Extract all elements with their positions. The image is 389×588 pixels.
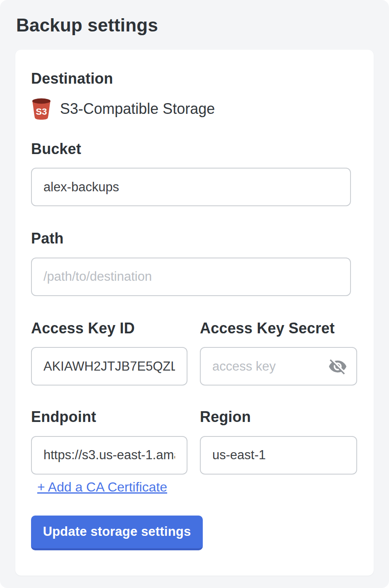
path-input[interactable] — [31, 258, 351, 296]
update-storage-settings-button[interactable]: Update storage settings — [31, 516, 203, 550]
access-key-inputs-row — [31, 347, 351, 386]
endpoint-region-labels-row: Endpoint Region — [31, 409, 351, 436]
region-input[interactable] — [200, 436, 357, 475]
region-label: Region — [200, 409, 357, 425]
page-title: Backup settings — [16, 15, 374, 36]
destination-value: S3-Compatible Storage — [60, 100, 215, 118]
backup-settings-page: Backup settings Destination S3 S3-Compat… — [0, 0, 389, 588]
destination-label: Destination — [31, 70, 351, 87]
toggle-secret-visibility-button[interactable] — [327, 356, 348, 377]
endpoint-input[interactable] — [31, 436, 187, 475]
bucket-label: Bucket — [31, 141, 351, 157]
endpoint-region-inputs-row — [31, 436, 351, 475]
endpoint-label: Endpoint — [31, 409, 187, 425]
access-key-secret-wrap — [200, 347, 357, 386]
access-key-secret-label: Access Key Secret — [200, 320, 357, 337]
eye-off-icon — [328, 357, 347, 376]
s3-bucket-icon: S3 — [31, 98, 52, 120]
destination-value-row: S3 S3-Compatible Storage — [31, 98, 351, 120]
access-key-labels-row: Access Key ID Access Key Secret — [31, 320, 351, 347]
add-ca-certificate-link[interactable]: + Add a CA Certificate — [37, 480, 167, 495]
access-key-id-label: Access Key ID — [31, 320, 187, 337]
backup-settings-card: Destination S3 S3-Compatible Storage Buc… — [15, 50, 374, 576]
access-key-id-input[interactable] — [31, 347, 187, 386]
svg-text:S3: S3 — [36, 106, 47, 117]
bucket-input[interactable] — [31, 168, 351, 206]
path-label: Path — [31, 230, 351, 247]
